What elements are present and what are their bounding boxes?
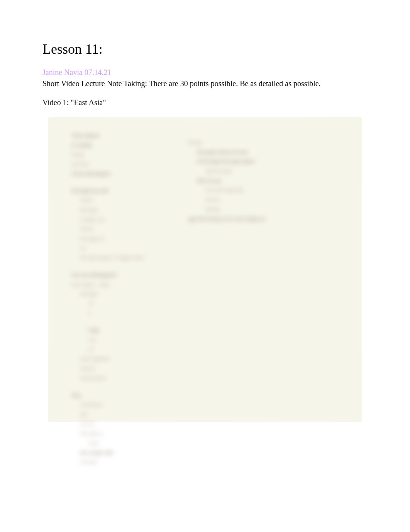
video-label: Video 1: "East Asia"	[42, 98, 368, 107]
note-line: this	[72, 391, 188, 401]
note-line: across	[72, 364, 188, 374]
page-title: Lesson 11:	[42, 41, 368, 57]
note-line: age through	[188, 167, 312, 176]
note-line: then at up	[188, 176, 312, 186]
note-line: we can distinguish	[72, 270, 188, 280]
note-line: the origin talk	[72, 448, 188, 458]
note-line: through	[72, 206, 188, 215]
note-line: of	[72, 299, 188, 309]
note-line: through as	[72, 234, 188, 244]
note-line: at one	[72, 420, 188, 429]
note-line: it through through apart	[188, 157, 312, 167]
note-line: help	[72, 326, 188, 335]
instructions-text: Short Video Lecture Note Taking: There a…	[42, 79, 368, 88]
author-line: Janine Navia 07.14.21	[42, 68, 368, 77]
note-line: up front	[72, 160, 188, 169]
note-line: age the thing is it's not tough as	[188, 214, 312, 224]
note-line: founder	[72, 457, 188, 467]
note-line: Africa	[72, 224, 188, 234]
note-line: Asia region	[72, 131, 188, 141]
note-line: most developed	[72, 169, 188, 179]
note-line: across	[188, 195, 312, 205]
note-line	[72, 263, 188, 270]
note-line: things	[188, 138, 312, 148]
document-page: Lesson 11: Janine Navia 07.14.21 Short V…	[0, 0, 410, 438]
note-line: through	[72, 289, 188, 299]
note-line: through by and	[72, 186, 188, 196]
note-line: hard together	[72, 354, 188, 364]
note-line: through early at once	[188, 148, 312, 157]
note-line: is stable	[72, 141, 188, 150]
notes-column-left: Asia regionis stabletodayup frontmost de…	[72, 131, 188, 467]
note-line: North	[72, 196, 188, 206]
note-line: once through big	[188, 185, 312, 195]
note-line: it helps out	[72, 215, 188, 225]
notes-card: Asia regionis stabletodayup frontmost de…	[48, 117, 362, 422]
note-line	[72, 318, 188, 326]
note-line	[72, 383, 188, 391]
note-line: are	[72, 410, 188, 420]
note-line: tiny region - help	[72, 280, 188, 290]
note-line: today	[72, 150, 188, 160]
note-line: of interest	[72, 400, 188, 410]
note-line: out	[72, 335, 188, 345]
note-line: through to	[72, 429, 188, 439]
note-line: lasting	[188, 205, 312, 214]
note-line	[72, 178, 188, 186]
note-line: long	[72, 439, 188, 448]
note-line: of	[72, 345, 188, 355]
note-line: it	[72, 309, 188, 318]
note-line: instruments	[72, 374, 188, 383]
note-line: through larger or bigger after	[72, 253, 188, 263]
note-line: as	[72, 244, 188, 253]
notes-column-right: thingsthrough early at onceit through th…	[188, 138, 312, 224]
